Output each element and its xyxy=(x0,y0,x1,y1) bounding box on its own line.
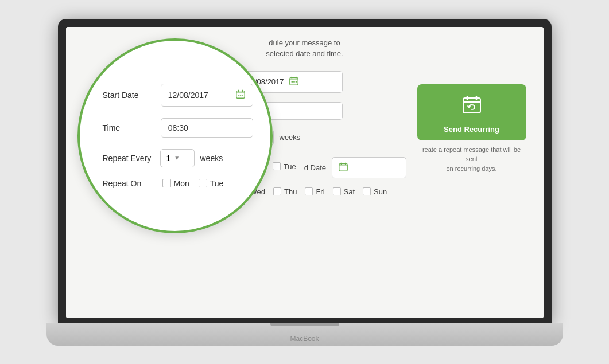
mag-repeat-every-label: Repeat Every xyxy=(103,154,154,163)
mag-repeat-select[interactable]: 1 ▼ xyxy=(160,149,195,167)
day-item-sun: Sun xyxy=(363,187,387,196)
right-panel: Send Recurring reate a repeat message th… xyxy=(417,84,526,174)
mag-days-row: Mon Tue xyxy=(162,179,224,188)
end-date-calendar-icon xyxy=(338,162,348,174)
mag-time-input[interactable]: 08:30 xyxy=(161,118,253,138)
mag-start-date-value: 12/08/2017 xyxy=(168,91,231,100)
day-label-sat: Sat xyxy=(344,187,355,196)
mag-start-date-input[interactable]: 12/08/2017 xyxy=(161,84,253,107)
mag-repeat-unit: weeks xyxy=(200,154,223,163)
mag-time-row: Time 08:30 xyxy=(103,118,253,138)
svg-rect-6 xyxy=(295,81,297,82)
mag-repeat-value: 1 xyxy=(166,154,171,163)
day-checkbox-fri[interactable] xyxy=(305,187,313,195)
day-checkbox-tue[interactable] xyxy=(273,162,281,170)
magnifier-circle: Start Date 12/08/2017 xyxy=(77,38,273,233)
mag-repeat-every-row: Repeat Every 1 ▼ weeks xyxy=(103,149,253,167)
send-recurring-button[interactable]: Send Recurring xyxy=(417,84,526,140)
svg-rect-0 xyxy=(289,77,297,85)
mag-day-mon: Mon xyxy=(162,179,189,188)
mag-checkbox-mon[interactable] xyxy=(162,179,171,187)
svg-rect-7 xyxy=(339,163,347,171)
mag-day-tue: Tue xyxy=(199,179,224,188)
start-date-calendar-icon xyxy=(289,76,299,88)
bottom-days-row: Wed Thu Fri xyxy=(239,187,509,196)
svg-rect-21 xyxy=(242,94,243,95)
macbook-label: MacBook xyxy=(290,335,319,343)
mag-day-label-tue: Tue xyxy=(210,179,224,188)
bottom-days: Wed Thu Fri xyxy=(239,187,387,196)
day-checkbox-sat[interactable] xyxy=(333,187,341,195)
send-recurring-description: reate a repeat message that will be sent… xyxy=(417,145,526,174)
send-recurring-icon xyxy=(461,95,482,119)
svg-rect-11 xyxy=(463,98,480,113)
day-label-fri: Fri xyxy=(316,187,324,196)
day-checkbox-thu[interactable] xyxy=(273,187,281,195)
day-item-tue: Tue xyxy=(273,162,296,171)
svg-rect-20 xyxy=(239,94,241,95)
day-item-fri: Fri xyxy=(305,187,324,196)
day-item-sat: Sat xyxy=(333,187,355,196)
day-label-thu: Thu xyxy=(284,187,297,196)
end-date-input[interactable] xyxy=(332,157,406,178)
day-label-tue: Tue xyxy=(284,162,296,171)
laptop: dule your message to selected date and t… xyxy=(58,19,552,346)
laptop-base: MacBook xyxy=(46,323,563,346)
end-date-label: d Date xyxy=(304,163,326,172)
svg-rect-19 xyxy=(238,94,239,95)
svg-rect-15 xyxy=(236,91,244,98)
repeat-unit: weeks xyxy=(280,133,301,142)
screen-bezel: dule your message to selected date and t… xyxy=(58,19,552,323)
mag-checkbox-tue[interactable] xyxy=(199,179,207,187)
laptop-screen: dule your message to selected date and t… xyxy=(66,27,544,318)
mag-repeat-on-row: Repeat On Mon Tue xyxy=(103,179,253,188)
mag-dropdown-arrow-icon: ▼ xyxy=(174,155,180,161)
mag-time-label: Time xyxy=(103,123,153,132)
day-item-thu: Thu xyxy=(273,187,297,196)
end-date-row: d Date xyxy=(304,157,406,178)
mag-day-label-mon: Mon xyxy=(174,179,189,188)
send-recurring-label: Send Recurring xyxy=(444,125,499,134)
mag-start-date-row: Start Date 12/08/2017 xyxy=(103,84,253,107)
mag-time-value: 08:30 xyxy=(168,123,246,132)
mag-calendar-icon xyxy=(235,89,246,101)
svg-rect-5 xyxy=(293,81,295,82)
day-checkbox-sun[interactable] xyxy=(363,187,371,195)
svg-rect-4 xyxy=(291,81,293,82)
day-label-sun: Sun xyxy=(374,187,387,196)
mag-repeat-on-label: Repeat On xyxy=(103,179,154,188)
mag-start-date-label: Start Date xyxy=(103,91,153,100)
